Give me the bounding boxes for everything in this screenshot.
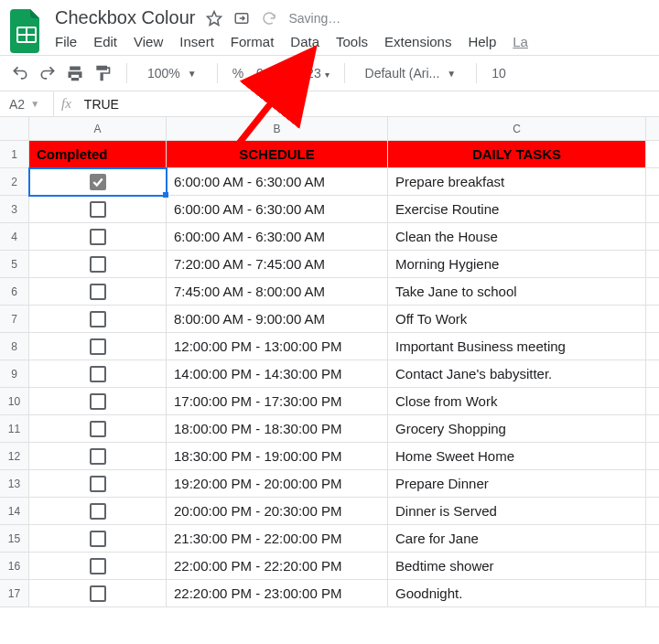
schedule-cell[interactable]: 8:00:00 AM - 9:00:00 AM: [167, 306, 388, 333]
task-cell[interactable]: Prepare breakfast: [388, 168, 646, 196]
schedule-cell[interactable]: 6:00:00 AM - 6:30:00 AM: [167, 196, 388, 223]
row-header-6[interactable]: 6: [0, 278, 29, 306]
checkbox-cell[interactable]: [29, 278, 167, 306]
header-cell-tasks[interactable]: DAILY TASKS: [388, 141, 646, 168]
document-title[interactable]: Checkbox Colour: [55, 7, 195, 28]
schedule-cell[interactable]: 7:45:00 AM - 8:00:00 AM: [167, 278, 388, 306]
checkbox-cell[interactable]: [29, 470, 167, 498]
schedule-cell[interactable]: 22:20:00 PM - 23:00:00 PM: [167, 580, 388, 607]
checkbox-cell[interactable]: [29, 443, 167, 470]
task-cell[interactable]: Close from Work: [388, 388, 646, 415]
decrease-decimal-button[interactable]: .0: [253, 66, 264, 80]
font-dropdown[interactable]: Default (Ari... ▼: [360, 66, 462, 80]
paint-format-icon[interactable]: [93, 64, 112, 82]
checkbox-cell[interactable]: [29, 306, 167, 333]
star-icon[interactable]: [206, 10, 222, 27]
undo-icon[interactable]: [11, 64, 29, 82]
schedule-cell[interactable]: 7:20:00 AM - 7:45:00 AM: [167, 251, 388, 278]
checkbox-cell[interactable]: [29, 553, 167, 580]
row-header-5[interactable]: 5: [0, 251, 29, 278]
checkbox-cell[interactable]: [29, 168, 167, 196]
row-header-3[interactable]: 3: [0, 196, 29, 223]
schedule-cell[interactable]: 14:00:00 PM - 14:30:00 PM: [167, 360, 388, 388]
column-header-b[interactable]: B: [167, 117, 388, 141]
row-header-4[interactable]: 4: [0, 223, 29, 251]
checkbox-cell[interactable]: [29, 333, 167, 360]
zoom-dropdown[interactable]: 100% ▼: [142, 66, 202, 80]
column-header-a[interactable]: A: [29, 117, 167, 141]
schedule-cell[interactable]: 6:00:00 AM - 6:30:00 AM: [167, 168, 388, 196]
task-cell[interactable]: Clean the House: [388, 223, 646, 251]
row-header-10[interactable]: 10: [0, 388, 29, 415]
header-cell-completed[interactable]: Completed: [29, 141, 167, 168]
row-header-12[interactable]: 12: [0, 443, 29, 470]
move-to-folder-icon[interactable]: [233, 10, 250, 27]
task-cell[interactable]: Contact Jane's babysitter.: [388, 360, 646, 388]
checkbox-cell[interactable]: [29, 498, 167, 525]
row-header-9[interactable]: 9: [0, 360, 29, 388]
menu-tools[interactable]: Tools: [336, 34, 368, 49]
row-header-11[interactable]: 11: [0, 415, 29, 443]
formula-input[interactable]: TRUE: [84, 97, 119, 112]
task-cell[interactable]: Bedtime shower: [388, 553, 646, 580]
row-header-1[interactable]: 1: [0, 141, 29, 168]
row-header-7[interactable]: 7: [0, 306, 29, 333]
increase-decimal-button[interactable]: .00: [273, 66, 290, 80]
task-cell[interactable]: Dinner is Served: [388, 498, 646, 525]
task-cell[interactable]: Morning Hygiene: [388, 251, 646, 278]
task-cell[interactable]: Prepare Dinner: [388, 470, 646, 498]
menu-extensions[interactable]: Extensions: [384, 34, 451, 49]
checkbox-cell[interactable]: [29, 415, 167, 443]
checkbox-cell[interactable]: [29, 580, 167, 607]
row-header-14[interactable]: 14: [0, 498, 29, 525]
menu-data[interactable]: Data: [290, 34, 319, 49]
menu-edit[interactable]: Edit: [93, 34, 117, 49]
schedule-cell[interactable]: 18:00:00 PM - 18:30:00 PM: [167, 415, 388, 443]
menu-insert[interactable]: Insert: [179, 34, 214, 49]
checkbox-cell[interactable]: [29, 360, 167, 388]
menu-help[interactable]: Help: [468, 34, 496, 49]
number-format-dropdown[interactable]: 123 ▾: [299, 66, 329, 80]
task-cell[interactable]: Grocery Shopping: [388, 415, 646, 443]
row-header-17[interactable]: 17: [0, 580, 29, 607]
task-cell[interactable]: Take Jane to school: [388, 278, 646, 306]
schedule-cell[interactable]: 21:30:00 PM - 22:00:00 PM: [167, 525, 388, 553]
percent-format-button[interactable]: %: [232, 66, 243, 80]
menu-truncated[interactable]: La: [513, 34, 528, 49]
task-cell[interactable]: Important Business meeting: [388, 333, 646, 360]
spreadsheet-grid[interactable]: ABC1CompletedSCHEDULEDAILY TASKS26:00:00…: [0, 117, 659, 607]
header-cell-schedule[interactable]: SCHEDULE: [167, 141, 388, 168]
task-cell[interactable]: Off To Work: [388, 306, 646, 333]
row-header-16[interactable]: 16: [0, 553, 29, 580]
print-icon[interactable]: [66, 64, 84, 82]
cell-reference-box[interactable]: A2▼: [0, 97, 46, 112]
task-cell[interactable]: Home Sweet Home: [388, 443, 646, 470]
sheets-logo[interactable]: [9, 8, 44, 54]
schedule-cell[interactable]: 19:20:00 PM - 20:00:00 PM: [167, 470, 388, 498]
row-header-13[interactable]: 13: [0, 470, 29, 498]
schedule-cell[interactable]: 20:00:00 PM - 20:30:00 PM: [167, 498, 388, 525]
checkbox-cell[interactable]: [29, 223, 167, 251]
checkbox-cell[interactable]: [29, 251, 167, 278]
task-cell[interactable]: Care for Jane: [388, 525, 646, 553]
task-cell[interactable]: Goodnight.: [388, 580, 646, 607]
cloud-sync-icon[interactable]: [261, 10, 277, 27]
schedule-cell[interactable]: 17:00:00 PM - 17:30:00 PM: [167, 388, 388, 415]
column-header-c[interactable]: C: [388, 117, 646, 141]
checkbox-cell[interactable]: [29, 388, 167, 415]
task-cell[interactable]: Exercise Routine: [388, 196, 646, 223]
schedule-cell[interactable]: 6:00:00 AM - 6:30:00 AM: [167, 223, 388, 251]
checkbox-cell[interactable]: [29, 196, 167, 223]
redo-icon[interactable]: [38, 64, 57, 82]
row-header-2[interactable]: 2: [0, 168, 29, 196]
row-header-15[interactable]: 15: [0, 525, 29, 553]
font-size-input[interactable]: 10: [492, 66, 506, 80]
schedule-cell[interactable]: 18:30:00 PM - 19:00:00 PM: [167, 443, 388, 470]
menu-view[interactable]: View: [134, 34, 163, 49]
menu-format[interactable]: Format: [231, 34, 275, 49]
schedule-cell[interactable]: 22:00:00 PM - 22:20:00 PM: [167, 553, 388, 580]
menu-file[interactable]: File: [55, 34, 77, 49]
select-all-corner[interactable]: [0, 117, 29, 141]
row-header-8[interactable]: 8: [0, 333, 29, 360]
checkbox-cell[interactable]: [29, 525, 167, 553]
